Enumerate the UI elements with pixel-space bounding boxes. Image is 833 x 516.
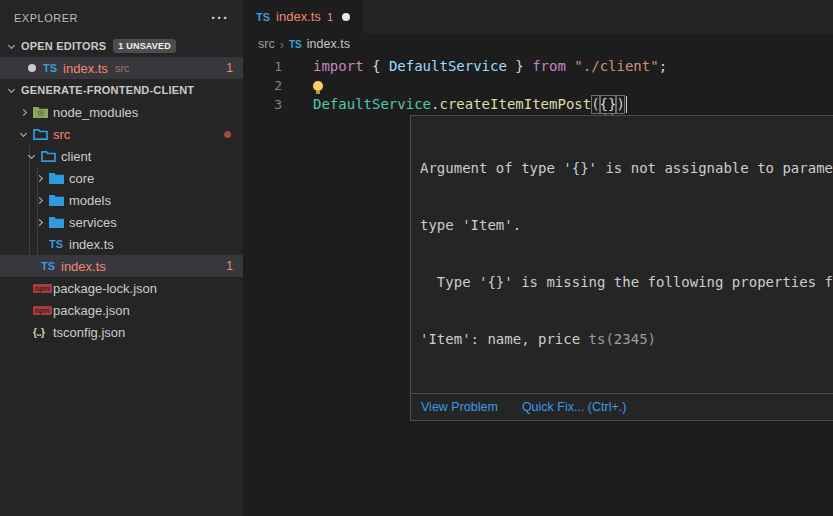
code-line-3: 3 DefaultService.createItemItemPost({}) [243,95,833,114]
breadcrumb-file[interactable]: index.ts [307,37,350,51]
vscode-window: EXPLORER ··· OPEN EDITORS 1 UNSAVED TS i… [0,0,833,516]
file-tree: node_modules src client [0,101,243,343]
tree-item-index-ts-client[interactable]: TS index.ts [0,233,243,255]
open-editor-folder: src [115,62,130,74]
lightbulb-icon[interactable] [313,81,323,91]
tree-item-tsconfig-json[interactable]: {..} tsconfig.json [0,321,243,343]
tree-item-services[interactable]: services [0,211,243,233]
tab-bar: TS index.ts 1 [243,0,833,33]
line-number: 3 [243,95,282,114]
code-line-1: 1 import { DefaultService } from "./clie… [243,57,833,76]
typescript-icon: TS [43,62,57,74]
code-token-bracket: ( [591,95,599,114]
tree-item-package-lock-json[interactable]: npm package-lock.json [0,277,243,299]
tree-item-node-modules[interactable]: node_modules [0,101,243,123]
view-problem-link[interactable]: View Problem [421,400,498,414]
code-token [566,57,574,76]
code-token: DefaultService [389,57,507,76]
modified-dot-icon [28,64,36,72]
node-modules-folder-icon [33,106,52,118]
error-tooltip: Argument of type '{}' is not assignable … [410,115,833,421]
tree-item-models[interactable]: models [0,189,243,211]
open-editors-label: OPEN EDITORS [21,40,106,52]
code-token: createItemItemPost [439,95,591,114]
tree-item-src[interactable]: src [0,123,243,145]
chevron-right-icon: › [280,37,284,52]
code-line-2: 2 [243,76,833,95]
folder-icon [49,216,68,228]
open-folder-icon [33,128,52,140]
tab-index-ts[interactable]: TS index.ts 1 [243,0,363,33]
typescript-icon: TS [256,11,270,23]
workspace-section-header[interactable]: GENERATE-FRONTEND-CLIENT [0,79,243,101]
code-token: DefaultService [313,95,431,114]
code-token: } [507,57,532,76]
line-number: 1 [243,57,282,76]
more-actions-icon[interactable]: ··· [211,9,229,26]
code-token: from [532,57,566,76]
tree-item-core[interactable]: core [0,167,243,189]
chevron-right-icon [32,220,49,225]
code-token-bracket: ) [616,95,624,114]
tree-item-package-json[interactable]: npm package.json [0,299,243,321]
folder-icon [49,194,68,206]
npm-icon: npm [33,306,52,315]
code-token: . [431,95,439,114]
text-cursor [626,96,628,113]
chevron-right-icon [16,110,33,115]
unsaved-count-badge: 1 UNSAVED [113,39,176,53]
error-code: ts(2345) [589,331,656,347]
tree-item-index-ts-src[interactable]: TS index.ts 1 [0,255,243,277]
tree-item-client[interactable]: client [0,145,243,167]
error-message-line: Type '{}' is missing the following prope… [420,273,833,292]
breadcrumb-folder[interactable]: src [258,37,275,51]
typescript-icon: TS [41,260,60,272]
chevron-down-icon [24,153,41,160]
tooltip-actions: View Problem Quick Fix... (Ctrl+.) [411,393,833,420]
error-dot-badge [224,131,231,138]
explorer-title: EXPLORER [14,12,78,24]
code-token: import [313,57,364,76]
chevron-right-icon [32,176,49,181]
npm-icon: npm [33,284,52,293]
open-editor-filename: index.ts [63,61,108,76]
editor-area: TS index.ts 1 src › TS index.ts 1 import… [243,0,833,516]
workspace-label: GENERATE-FRONTEND-CLIENT [21,84,194,96]
error-message-line: type 'Item'. [420,216,833,235]
breadcrumb: src › TS index.ts [243,33,833,55]
open-folder-icon [41,150,60,162]
code-token: { [364,57,389,76]
unsaved-dot-icon[interactable] [342,13,350,21]
code-token-error: {} [600,95,617,114]
explorer-sidebar: EXPLORER ··· OPEN EDITORS 1 UNSAVED TS i… [0,0,243,516]
error-message: Argument of type '{}' is not assignable … [411,116,833,393]
chevron-down-icon [8,41,15,48]
quick-fix-link[interactable]: Quick Fix... (Ctrl+.) [522,400,627,414]
open-editors-section-header[interactable]: OPEN EDITORS 1 UNSAVED [0,35,243,57]
typescript-icon: TS [289,39,302,50]
code-editor[interactable]: 1 import { DefaultService } from "./clie… [243,55,833,114]
error-count-badge: 1 [226,259,233,273]
error-count-badge: 1 [226,61,233,75]
chevron-right-icon [32,198,49,203]
open-editor-item-index-ts[interactable]: TS index.ts src 1 [0,57,243,79]
error-message-line: Argument of type '{}' is not assignable … [420,159,833,178]
chevron-down-icon [16,131,33,138]
tab-error-count: 1 [327,11,333,23]
json-icon: {..} [33,327,52,338]
code-token: ; [659,57,667,76]
code-token: "./client" [574,57,658,76]
chevron-down-icon [8,85,15,92]
line-number: 2 [243,76,282,95]
error-message-line: 'Item': name, price ts(2345) [420,330,833,349]
tab-filename: index.ts [276,9,321,24]
typescript-icon: TS [49,238,68,250]
explorer-header: EXPLORER ··· [0,0,243,35]
folder-icon [49,172,68,184]
